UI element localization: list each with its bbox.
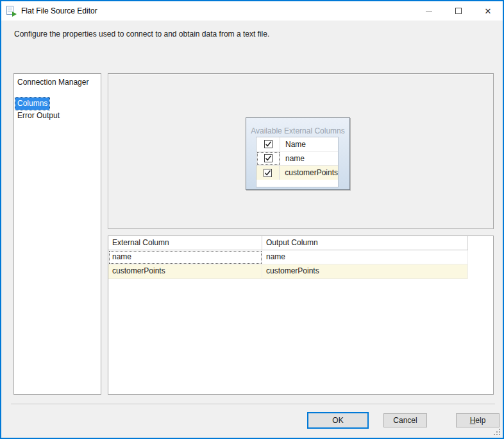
footer-divider xyxy=(11,404,495,405)
sidebar-item-connection-manager[interactable]: Connection Manager xyxy=(15,76,99,89)
resize-grip[interactable] xyxy=(494,429,501,436)
available-external-columns-box[interactable]: Available External Columns Name name xyxy=(246,117,350,190)
grid-row-filler xyxy=(468,264,493,279)
column-mapping-grid: External Column Output Column name name … xyxy=(108,236,494,395)
close-icon: ✕ xyxy=(485,7,492,15)
grid-cell-external[interactable]: name xyxy=(108,250,262,264)
page-list: Connection Manager Columns Error Output xyxy=(13,73,101,395)
available-column-label: name xyxy=(280,154,305,163)
column-checkbox-cell[interactable] xyxy=(256,166,280,180)
green-arrow-icon xyxy=(12,12,17,17)
select-all-checkbox-cell[interactable] xyxy=(256,137,280,151)
grid-cell-output[interactable]: customerPoints xyxy=(262,264,468,279)
minimize-button[interactable] xyxy=(414,1,444,21)
checkbox-checked-icon[interactable] xyxy=(264,169,272,177)
sidebar-item-columns[interactable]: Columns xyxy=(15,98,49,110)
available-column-row[interactable]: name xyxy=(256,151,338,166)
available-external-columns-title: Available External Columns xyxy=(246,126,349,135)
help-button[interactable]: Help xyxy=(456,413,500,427)
checkbox-checked-icon[interactable] xyxy=(264,140,273,148)
available-column-row[interactable]: customerPoints xyxy=(256,166,338,180)
column-checkbox-cell[interactable] xyxy=(256,151,280,166)
available-columns-header-row: Name xyxy=(256,137,338,151)
cancel-button[interactable]: Cancel xyxy=(383,413,427,427)
maximize-button[interactable] xyxy=(444,1,473,21)
grid-header-output-column[interactable]: Output Column xyxy=(262,236,468,250)
grid-header-external-column[interactable]: External Column xyxy=(108,236,262,250)
close-button[interactable]: ✕ xyxy=(473,1,503,21)
grid-cell-external[interactable]: customerPoints xyxy=(108,264,262,279)
checkbox-checked-icon[interactable] xyxy=(264,154,273,162)
window-title: Flat File Source Editor xyxy=(21,6,97,15)
flat-file-source-editor-dialog: Flat File Source Editor ✕ Configure the … xyxy=(0,0,504,439)
ok-button[interactable]: OK xyxy=(307,412,369,429)
minimize-icon xyxy=(426,11,432,12)
maximize-icon xyxy=(455,8,462,14)
flat-file-source-icon xyxy=(6,6,16,16)
available-external-columns-table: Name name customerPoints xyxy=(256,137,339,187)
help-label-rest: elp xyxy=(475,416,485,425)
grid-row: customerPoints customerPoints xyxy=(108,264,493,279)
dialog-description: Configure the properties used to connect… xyxy=(14,30,269,39)
grid-header-filler xyxy=(468,236,493,250)
available-column-label: customerPoints xyxy=(280,168,338,177)
sidebar-item-error-output[interactable]: Error Output xyxy=(15,110,99,122)
titlebar[interactable]: Flat File Source Editor ✕ xyxy=(1,1,503,21)
grid-header-row: External Column Output Column xyxy=(108,236,493,250)
grid-cell-output[interactable]: name xyxy=(262,250,468,264)
grid-row: name name xyxy=(108,250,493,264)
grid-row-filler xyxy=(468,250,493,264)
available-columns-header-label: Name xyxy=(280,140,306,149)
